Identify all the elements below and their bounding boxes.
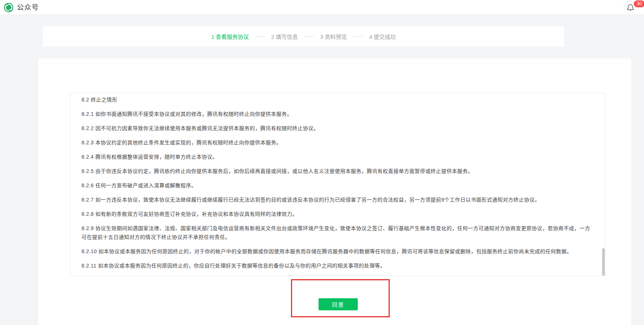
agreement-paragraph: 8.2.7 如一方违反本协议，致使本协议无法继续履行或继续履行已经无法达到签约目… bbox=[81, 195, 594, 204]
agreement-paragraph: 8.2 终止之情形 bbox=[81, 95, 594, 104]
top-header-bar: 公众号 30 bbox=[0, 0, 644, 15]
agreement-paragraph: 8.2.11 如本协议或本服务因为任何原因终止的，你应自行处理好关于数据等信息的… bbox=[81, 261, 594, 270]
step-view-service-agreement: 1 查看服务协议 bbox=[211, 33, 249, 40]
agreement-paragraph: 8.2.6 任何一方宣布破产或进入清算或解散程序。 bbox=[81, 181, 594, 190]
agreement-paragraph: 8.2.4 腾讯有权根据整体运营安排，随时单方终止本协议。 bbox=[81, 152, 594, 161]
agree-button[interactable]: 同意 bbox=[319, 298, 358, 310]
agreement-paragraph: 8.2.10 如本协议或本服务因为任何原因终止的，对于你的帐户中的全部数据或你因… bbox=[81, 247, 594, 256]
step-separator bbox=[353, 36, 363, 37]
wechat-official-account-logo-icon bbox=[4, 3, 14, 12]
step-fill-information: 2 填写信息 bbox=[271, 33, 298, 40]
agreement-paragraph: 8.2.1 如你书面通知腾讯不接受本协议或对其的修改，腾讯有权随时终止向你提供本… bbox=[81, 110, 594, 118]
notification-count-badge: 30 bbox=[634, 0, 644, 7]
agreement-paragraph: 8.2.9 协议生效期间如遇国家法律、法规、国家相关部门及电信运营商有新相关文件… bbox=[81, 224, 594, 241]
step-separator bbox=[304, 36, 314, 37]
step-preview-materials: 3 资料预览 bbox=[320, 33, 347, 40]
agreement-paragraph: 8.2.8 如有新的条款双方可友好协商签订补充协议，补充协议和本协议具有同样的法… bbox=[81, 210, 594, 218]
step-separator bbox=[255, 36, 265, 37]
agreement-paragraph: 8.2.3 本协议约定的其他终止条件发生或实现的，腾讯有权随时终止向你提供本服务… bbox=[81, 138, 594, 147]
registration-stepper: 1 查看服务协议 2 填写信息 3 资料预览 4 提交成功 bbox=[43, 26, 564, 47]
step-submit-success: 4 提交成功 bbox=[369, 33, 396, 40]
bell-icon bbox=[627, 4, 634, 12]
agreement-panel: 8.2 终止之情形 8.2.1 如你书面通知腾讯不接受本协议或对其的修改，腾讯有… bbox=[38, 59, 631, 325]
agreement-paragraph: 8.2.5 由于你违反本协议约定，腾讯依约终止向你提供本服务后，如你后续再直接或… bbox=[81, 167, 594, 176]
brand-title: 公众号 bbox=[17, 0, 39, 15]
scrollbar-thumb[interactable] bbox=[602, 248, 605, 276]
service-agreement-scroll-area[interactable]: 8.2 终止之情形 8.2.1 如你书面通知腾讯不接受本协议或对其的修改，腾讯有… bbox=[70, 93, 605, 276]
agreement-paragraph: 8.2.2 因不可抗力因素导致你无法继续使用本服务或腾讯无法提供本服务的，腾讯有… bbox=[81, 124, 594, 133]
